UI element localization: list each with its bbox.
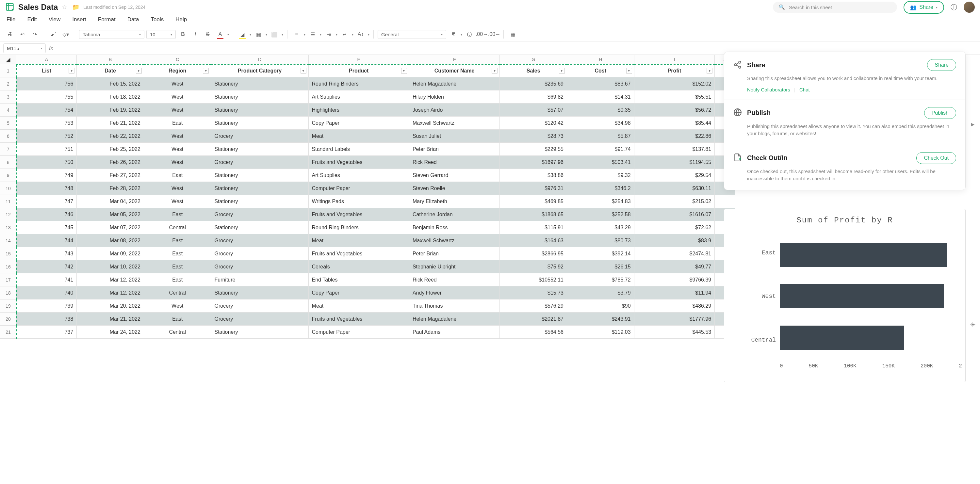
cell[interactable]: $976.31 [500,182,567,195]
table-row[interactable]: 12746Mar 05, 2022EastGroceryFruits and V… [0,208,735,221]
cell[interactable]: Helen Magadalene [409,313,500,325]
cell[interactable]: Meat [309,130,409,143]
cell[interactable]: 745 [16,221,77,234]
menu-insert[interactable]: Insert [72,16,86,23]
cell[interactable]: Mary Elizabeth [409,195,500,208]
cell[interactable]: Stationery [211,117,309,130]
cell[interactable]: $29.54 [634,169,715,182]
table-row[interactable]: 2756Feb 15, 2022WestStationeryRound Ring… [0,78,735,90]
filter-icon[interactable]: ▾ [401,68,407,74]
italic-icon[interactable]: I [190,29,200,40]
row-header[interactable]: 4 [0,103,16,117]
cell[interactable]: $22.86 [634,130,715,143]
font-family-select[interactable]: Tahoma▾ [79,30,145,39]
col-header[interactable]: D [211,55,309,64]
cell[interactable]: Rick Reed [409,156,500,169]
cell[interactable]: Peter Brian [409,143,500,156]
cell[interactable]: Fruits and Vegetables [309,247,409,260]
cell[interactable]: $1777.96 [634,313,715,325]
cell[interactable]: $5.87 [567,130,634,143]
font-size-select[interactable]: 10▾ [146,30,176,39]
col-header[interactable]: H [567,55,634,64]
cell[interactable]: East [144,234,211,247]
cell[interactable]: End Tables [309,273,409,286]
table-row[interactable]: 21737Mar 24, 2022CentralStationeryComput… [0,325,735,339]
cell[interactable]: $630.11 [634,182,715,195]
merge-chevron-icon[interactable]: ▾ [282,33,283,36]
cell[interactable]: $2021.87 [500,313,567,325]
cell[interactable]: Feb 21, 2022 [77,117,144,130]
row-header[interactable]: 12 [0,208,16,221]
cell[interactable]: Grocery [211,130,309,143]
cell[interactable]: Grocery [211,313,309,325]
row-header[interactable]: 7 [0,143,16,156]
wrap-icon[interactable]: ↵ [339,29,350,40]
number-format-select[interactable]: General▾ [378,30,446,39]
cell[interactable]: West [144,300,211,313]
cell[interactable]: Stephanie Ulpright [409,260,500,273]
table-row[interactable]: 8750Feb 26, 2022WestGroceryFruits and Ve… [0,156,735,169]
user-avatar[interactable] [964,2,975,13]
cell[interactable]: Cereals [309,260,409,273]
cell[interactable]: 749 [16,169,77,182]
cell[interactable]: Stationery [211,103,309,117]
cell[interactable]: Copy Paper [309,286,409,300]
cell[interactable]: Helen Magadalene [409,78,500,90]
cell[interactable]: Tina Thomas [409,300,500,313]
cell[interactable]: Grocery [211,247,309,260]
cell[interactable]: $120.42 [500,117,567,130]
cell[interactable]: Computer Paper [309,182,409,195]
borders-icon[interactable]: ▦ [253,29,264,40]
menu-help[interactable]: Help [175,16,187,23]
cell[interactable]: Joseph Airdo [409,103,500,117]
cell[interactable]: Feb 18, 2022 [77,90,144,103]
cell[interactable]: $564.56 [500,325,567,339]
merge-icon[interactable]: ⬜ [269,29,280,40]
filter-icon[interactable]: ▾ [136,68,142,74]
cell[interactable]: Benjamin Ross [409,221,500,234]
comma-icon[interactable]: (,) [464,29,475,40]
row-header[interactable]: 3 [0,90,16,103]
cell[interactable]: $43.29 [567,221,634,234]
strikethrough-icon[interactable]: S [202,29,213,40]
align-h-chevron-icon[interactable]: ▾ [304,33,305,36]
cell[interactable]: $83.67 [567,78,634,90]
cell[interactable]: Fruits and Vegetables [309,156,409,169]
cell[interactable]: Stationery [211,143,309,156]
fill-color-icon[interactable]: ◢ [237,29,248,40]
cell[interactable]: $80.73 [567,234,634,247]
table-row[interactable]: 19739Mar 20, 2022WestGroceryMeatTina Tho… [0,300,735,313]
cell[interactable]: 751 [16,143,77,156]
row-header[interactable]: 19 [0,300,16,313]
cell[interactable]: 750 [16,156,77,169]
row-header[interactable]: 11 [0,195,16,208]
cell[interactable]: Feb 22, 2022 [77,130,144,143]
table-row[interactable]: 5753Feb 21, 2022EastStationeryCopy Paper… [0,117,735,130]
cell[interactable]: 746 [16,208,77,221]
expand-panel-icon[interactable]: ▸ [971,120,974,128]
cell[interactable]: $243.91 [567,313,634,325]
cell[interactable]: East [144,208,211,221]
document-title[interactable]: Sales Data [18,3,58,12]
indent-chevron-icon[interactable]: ▾ [336,33,337,36]
row-header[interactable]: 9 [0,169,16,182]
cell[interactable]: Grocery [211,300,309,313]
table-row[interactable]: 20738Mar 21, 2022EastGroceryFruits and V… [0,313,735,325]
row-header[interactable]: 10 [0,182,16,195]
share-action-button[interactable]: Share [927,59,956,71]
table-row[interactable]: 3755Feb 18, 2022WestStationeryArt Suppli… [0,90,735,103]
cell[interactable]: Stationery [211,182,309,195]
format-painter-icon[interactable]: 🖌 [48,29,59,40]
row-header[interactable]: 17 [0,273,16,286]
cell[interactable]: Stationery [211,221,309,234]
row-header[interactable]: 6 [0,130,16,143]
row-header[interactable]: 15 [0,247,16,260]
cell[interactable]: 742 [16,260,77,273]
cell[interactable]: Stationery [211,325,309,339]
cell[interactable]: $15.73 [500,286,567,300]
cell[interactable]: $469.85 [500,195,567,208]
cell[interactable]: $137.81 [634,143,715,156]
cell[interactable]: Meat [309,234,409,247]
cell[interactable]: West [144,130,211,143]
col-header[interactable]: F [409,55,500,64]
